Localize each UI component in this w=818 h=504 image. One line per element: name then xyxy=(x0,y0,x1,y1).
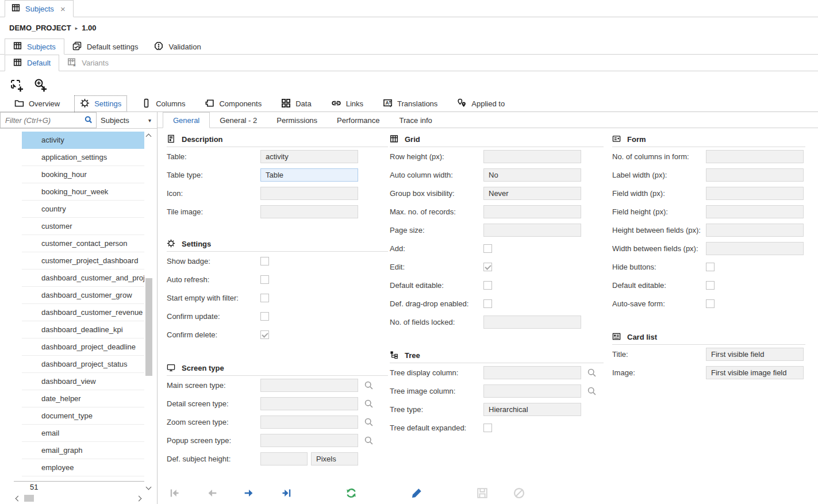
tab-overview[interactable]: Overview xyxy=(9,95,65,112)
start-empty-with-filter-checkbox[interactable] xyxy=(260,294,269,302)
search-icon[interactable] xyxy=(84,116,96,125)
scroll-left-icon[interactable] xyxy=(16,496,21,502)
columns-in-form-field[interactable] xyxy=(706,150,804,163)
scroll-right-icon[interactable] xyxy=(136,496,142,502)
confirm-delete-checkbox[interactable] xyxy=(260,330,269,339)
horizontal-scrollbar[interactable] xyxy=(0,493,157,504)
confirm-update-checkbox[interactable] xyxy=(260,312,269,321)
first-record-button[interactable] xyxy=(169,487,182,499)
tab-applied-to[interactable]: Applied to xyxy=(452,95,510,112)
breadcrumb-project[interactable]: DEMO_PROJECT xyxy=(9,24,71,32)
field-height-field[interactable] xyxy=(706,205,804,218)
lookup-search-icon[interactable] xyxy=(364,436,374,445)
scrollbar-thumb[interactable] xyxy=(24,495,34,502)
add-checkbox[interactable] xyxy=(483,244,492,253)
fields-locked-field[interactable] xyxy=(483,316,581,329)
list-item[interactable]: employee xyxy=(22,459,144,476)
row-height-field[interactable] xyxy=(483,150,581,163)
card-image-field[interactable]: First visible image field xyxy=(706,366,804,379)
list-item[interactable]: dashboard_customer_and_project xyxy=(22,270,144,287)
show-badge-checkbox[interactable] xyxy=(260,257,269,266)
tab-data[interactable]: Data xyxy=(276,95,316,112)
list-item[interactable]: dashboard_view xyxy=(22,373,144,390)
list-item[interactable]: dashboard_customer_revenue xyxy=(22,304,144,321)
table-type-field[interactable]: Table xyxy=(260,168,358,182)
default-editable-checkbox[interactable] xyxy=(483,281,492,290)
tab-performance[interactable]: Performance xyxy=(327,112,389,128)
list-item[interactable]: date_helper xyxy=(22,390,144,407)
cancel-button[interactable] xyxy=(513,487,525,499)
list-item[interactable]: dashboard_deadline_kpi xyxy=(22,321,144,338)
close-icon[interactable]: × xyxy=(59,5,67,13)
tile-image-field[interactable] xyxy=(260,205,358,218)
list-item[interactable]: booking_hour xyxy=(22,166,144,183)
list-item[interactable]: booking_hour_week xyxy=(22,183,144,201)
tree-default-expanded-checkbox[interactable] xyxy=(483,424,492,432)
lookup-search-icon[interactable] xyxy=(364,399,374,409)
list-item[interactable]: document_type xyxy=(22,407,144,425)
tab-columns[interactable]: Columns xyxy=(136,95,190,112)
tab-settings[interactable]: Settings xyxy=(74,95,127,112)
def-subject-height-unit[interactable]: Pixels xyxy=(311,452,358,465)
list-item[interactable]: dashboard_project_deadline xyxy=(22,338,144,356)
def-subject-height-field[interactable] xyxy=(260,452,308,465)
lookup-search-icon[interactable] xyxy=(587,368,597,378)
list-item[interactable]: email xyxy=(22,425,144,442)
auto-column-width-field[interactable]: No xyxy=(483,168,581,182)
page-size-field[interactable] xyxy=(483,224,581,237)
list-item[interactable]: activity xyxy=(22,132,144,149)
table-field[interactable]: activity xyxy=(260,150,358,163)
tab-trace-info[interactable]: Trace info xyxy=(390,112,442,128)
form-default-editable-checkbox[interactable] xyxy=(706,281,715,290)
lookup-search-icon[interactable] xyxy=(364,380,374,390)
list-item[interactable]: customer xyxy=(22,218,144,235)
vertical-scrollbar[interactable] xyxy=(145,132,153,492)
group-box-visibility-field[interactable]: Never xyxy=(483,187,581,200)
drag-drop-enabled-checkbox[interactable] xyxy=(483,299,492,308)
list-item[interactable]: email_graph xyxy=(22,442,144,459)
auto-save-form-checkbox[interactable] xyxy=(706,299,715,308)
scroll-up-icon[interactable] xyxy=(146,134,152,140)
window-tab-subjects[interactable]: Subjects × xyxy=(5,0,74,17)
tab-general-2[interactable]: General - 2 xyxy=(210,112,267,128)
width-between-fields-field[interactable] xyxy=(706,242,804,255)
card-title-field[interactable]: First visible field xyxy=(706,348,804,361)
tree-type-field[interactable]: Hierarchical xyxy=(483,403,581,416)
tab-components[interactable]: Components xyxy=(199,95,267,112)
list-item[interactable]: dashboard_customer_grow xyxy=(22,287,144,304)
refresh-button[interactable] xyxy=(345,487,358,499)
tab-general[interactable]: General xyxy=(163,112,210,128)
list-item[interactable]: customer_contact_person xyxy=(22,235,144,252)
main-screen-type-field[interactable] xyxy=(260,379,358,392)
zoom-add-icon[interactable] xyxy=(33,78,49,94)
previous-record-button[interactable] xyxy=(206,487,218,499)
max-records-field[interactable] xyxy=(483,205,581,218)
tab-translations[interactable]: A Translations xyxy=(378,95,443,112)
tree-display-column-field[interactable] xyxy=(483,366,581,379)
tab-links[interactable]: Links xyxy=(326,95,368,112)
detail-screen-type-field[interactable] xyxy=(260,397,358,410)
tab-validation[interactable]: Validation xyxy=(146,39,209,55)
tab-default[interactable]: Default xyxy=(5,55,59,71)
lookup-search-icon[interactable] xyxy=(364,417,374,427)
scope-dropdown[interactable]: Subjects ▾ xyxy=(97,112,157,128)
tab-default-settings[interactable]: Default settings xyxy=(64,39,147,55)
icon-field[interactable] xyxy=(260,187,358,200)
save-button[interactable] xyxy=(476,487,489,499)
scrollbar-thumb[interactable] xyxy=(145,278,152,376)
tab-permissions[interactable]: Permissions xyxy=(267,112,327,128)
tab-variants[interactable]: ★ Variants xyxy=(59,55,117,71)
edit-checkbox[interactable] xyxy=(483,263,492,271)
scroll-down-icon[interactable] xyxy=(146,484,152,490)
filter-input[interactable] xyxy=(1,113,84,128)
zoom-screen-type-field[interactable] xyxy=(260,415,358,429)
next-record-button[interactable] xyxy=(243,487,255,499)
list-item[interactable]: dashboard_project_status xyxy=(22,356,144,373)
field-width-field[interactable] xyxy=(706,187,804,200)
label-width-field[interactable] xyxy=(706,168,804,182)
auto-refresh-checkbox[interactable] xyxy=(260,275,269,284)
height-between-fields-field[interactable] xyxy=(706,224,804,237)
tab-subjects[interactable]: Subjects xyxy=(5,39,64,55)
last-record-button[interactable] xyxy=(279,487,292,499)
tree-image-column-field[interactable] xyxy=(483,384,581,398)
